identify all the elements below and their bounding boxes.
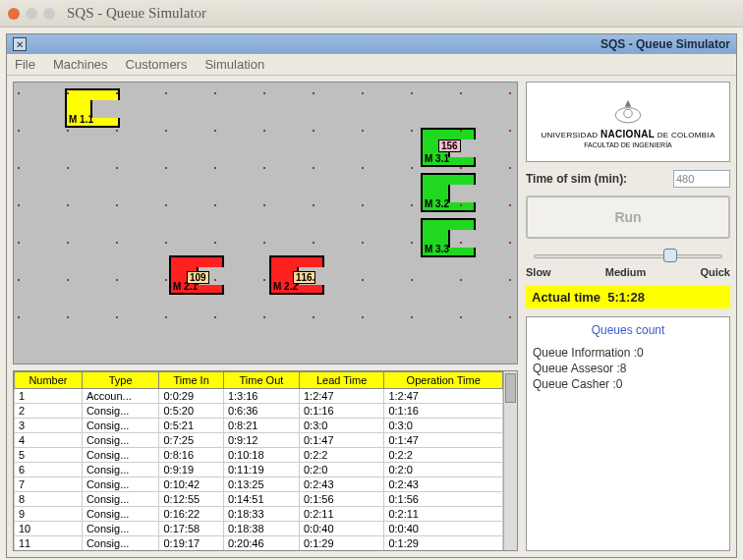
speed-slider[interactable] bbox=[526, 247, 730, 264]
table-row[interactable]: 2Consig...0:5:200:6:360:1:160:1:16 bbox=[15, 404, 503, 419]
grid-dot bbox=[362, 279, 364, 281]
grid-dot bbox=[509, 242, 511, 244]
grid-dot bbox=[362, 316, 364, 318]
university-crest-icon bbox=[611, 96, 645, 126]
grid-dot bbox=[411, 204, 413, 206]
grid-dot bbox=[214, 167, 216, 169]
queues-title: Queues count bbox=[533, 323, 723, 337]
grid-dot bbox=[18, 92, 20, 94]
grid-dot bbox=[362, 204, 364, 206]
svg-point-1 bbox=[624, 109, 633, 118]
grid-dot bbox=[116, 92, 118, 94]
col-header[interactable]: Type bbox=[82, 372, 159, 389]
inner-close-icon[interactable]: ✕ bbox=[13, 37, 27, 51]
ticket-109[interactable]: 109 bbox=[187, 271, 209, 284]
grid-dot bbox=[263, 167, 265, 169]
grid-dot bbox=[214, 279, 216, 281]
sim-time-row: Time of sim (min): bbox=[526, 170, 730, 188]
grid-dot bbox=[313, 167, 314, 169]
col-header[interactable]: Operation Time bbox=[384, 372, 503, 389]
grid-dot bbox=[263, 279, 265, 281]
close-window-icon[interactable] bbox=[8, 8, 20, 20]
grid-dot bbox=[67, 316, 69, 318]
grid-dot bbox=[18, 316, 20, 318]
grid-dot bbox=[460, 130, 462, 132]
grid-dot bbox=[67, 242, 69, 244]
grid-dot bbox=[214, 242, 216, 244]
station-m33[interactable]: M 3.3 bbox=[421, 218, 476, 257]
grid-dot bbox=[18, 279, 20, 281]
grid-dot bbox=[313, 92, 314, 94]
grid-dot bbox=[411, 316, 413, 318]
menu-simulation[interactable]: Simulation bbox=[204, 57, 264, 72]
col-header[interactable]: Lead Time bbox=[299, 372, 383, 389]
station-m32[interactable]: M 3.2 bbox=[421, 173, 476, 212]
queue-casher: Queue Casher :0 bbox=[533, 376, 723, 392]
slider-knob[interactable] bbox=[663, 249, 677, 262]
os-titlebar: SQS - Queue Simulator bbox=[0, 0, 743, 28]
grid-dot bbox=[67, 92, 69, 94]
table-row[interactable]: 10Consig...0:17:580:18:380:0:400:0:40 bbox=[15, 522, 503, 536]
menu-customers[interactable]: Customers bbox=[126, 57, 188, 72]
queues-panel: Queues count Queue Information :0 Queue … bbox=[526, 316, 730, 551]
actual-time: Actual time 5:1:28 bbox=[526, 286, 730, 308]
table-scrollbar[interactable] bbox=[503, 371, 517, 550]
menu-file[interactable]: File bbox=[15, 57, 35, 72]
table-row[interactable]: 11Consig...0:19:170:20:460:1:290:1:29 bbox=[15, 536, 503, 551]
grid-dot bbox=[116, 242, 118, 244]
grid-dot bbox=[509, 92, 511, 94]
grid-dot bbox=[214, 204, 216, 206]
table-row[interactable]: 3Consig...0:5:210:8:210:3:00:3:0 bbox=[15, 419, 503, 433]
table-row[interactable]: 1Accoun...0:0:291:3:161:2:471:2:47 bbox=[15, 389, 503, 404]
queue-assesor: Queue Assesor :8 bbox=[533, 361, 723, 376]
grid-dot bbox=[362, 167, 364, 169]
grid-dot bbox=[460, 167, 462, 169]
window-title: SQS - Queue Simulator bbox=[600, 37, 730, 51]
ticket-156[interactable]: 156 bbox=[438, 140, 461, 152]
grid-dot bbox=[362, 242, 364, 244]
grid-dot bbox=[411, 130, 413, 132]
grid-dot bbox=[263, 130, 265, 132]
grid-dot bbox=[165, 167, 167, 169]
col-header[interactable]: Time Out bbox=[223, 372, 299, 389]
app-window: ✕ SQS - Queue Simulator File Machines Cu… bbox=[6, 33, 737, 558]
table-row[interactable]: 8Consig...0:12:550:14:510:1:560:1:56 bbox=[15, 492, 503, 507]
grid-dot bbox=[460, 92, 462, 94]
grid-dot bbox=[313, 279, 314, 281]
logo-panel: UNIVERSIDAD NACIONAL DE COLOMBIA FACULTA… bbox=[526, 82, 730, 162]
grid-dot bbox=[509, 279, 511, 281]
logo-line2: FACULTAD DE INGENIERÍA bbox=[584, 141, 672, 148]
table-row[interactable]: 5Consig...0:8:160:10:180:2:20:2:2 bbox=[15, 448, 503, 463]
minimize-window-icon[interactable] bbox=[26, 8, 37, 20]
grid-dot bbox=[214, 92, 216, 94]
col-header[interactable]: Time In bbox=[159, 372, 223, 389]
station-m31-label: M 3.1 bbox=[425, 153, 449, 164]
grid-dot bbox=[67, 279, 69, 281]
station-m32-label: M 3.2 bbox=[425, 198, 449, 209]
grid-dot bbox=[116, 130, 118, 132]
grid-dot bbox=[67, 167, 69, 169]
grid-dot bbox=[165, 316, 167, 318]
menu-machines[interactable]: Machines bbox=[53, 57, 108, 72]
table-row[interactable]: 9Consig...0:16:220:18:330:2:110:2:11 bbox=[15, 507, 503, 522]
station-m11[interactable]: M 1.1 bbox=[65, 88, 120, 128]
ticket-116[interactable]: 116 bbox=[293, 271, 315, 284]
grid-dot bbox=[362, 130, 364, 132]
grid-dot bbox=[509, 130, 511, 132]
sim-time-input[interactable] bbox=[673, 170, 730, 188]
grid-dot bbox=[165, 204, 167, 206]
maximize-window-icon[interactable] bbox=[43, 8, 55, 20]
logo-line1: UNIVERSIDAD NACIONAL DE COLOMBIA bbox=[541, 129, 714, 140]
grid-dot bbox=[67, 130, 69, 132]
col-header[interactable]: Number bbox=[15, 372, 83, 389]
table-row[interactable]: 6Consig...0:9:190:11:190:2:00:2:0 bbox=[15, 463, 503, 477]
run-button[interactable]: Run bbox=[526, 196, 730, 239]
sim-canvas[interactable]: M 1.1 M 2.1 109 M 2.2 116 M 3.1 bbox=[13, 82, 518, 364]
table-row[interactable]: 4Consig...0:7:250:9:120:1:470:1:47 bbox=[15, 433, 503, 448]
table-row[interactable]: 7Consig...0:10:420:13:250:2:430:2:43 bbox=[15, 477, 503, 492]
speed-slow: Slow bbox=[526, 266, 551, 278]
grid-dot bbox=[313, 242, 314, 244]
scrollbar-thumb[interactable] bbox=[505, 373, 516, 403]
grid-dot bbox=[509, 167, 511, 169]
grid-dot bbox=[116, 316, 118, 318]
